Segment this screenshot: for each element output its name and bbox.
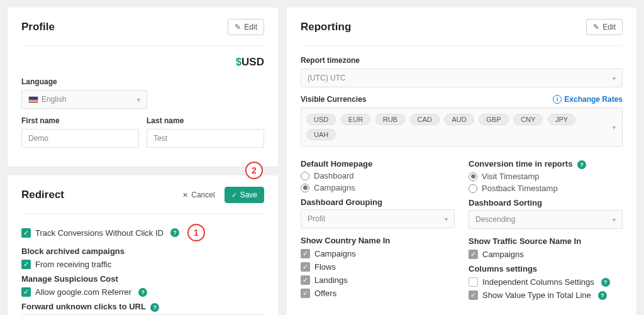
save-button[interactable]: ✓ Save: [225, 187, 264, 203]
redirect-card: 2 Redirect ✕ Cancel ✓ Save ✓ Track Con: [8, 175, 278, 315]
track-conversions-label: Track Conversions Without Click ID: [35, 228, 164, 238]
timezone-label: Report timezone: [301, 56, 623, 65]
currency-chip[interactable]: AUD: [444, 114, 474, 125]
profile-currency: $USD: [21, 56, 264, 69]
help-icon[interactable]: ?: [150, 303, 159, 312]
currency-chip[interactable]: USD: [306, 114, 336, 125]
exchange-rates-link[interactable]: i Exchange Rates: [553, 95, 623, 104]
country-landings-checkbox[interactable]: ✓: [301, 275, 310, 285]
traffic-campaigns-checkbox[interactable]: ✓: [469, 250, 478, 259]
dollar-icon: $: [236, 56, 242, 68]
help-icon[interactable]: ?: [170, 228, 179, 237]
chevron-down-icon: ▾: [613, 124, 616, 131]
forward-label: Forward unknown clicks to URL ?: [21, 302, 264, 312]
language-label: Language: [21, 77, 264, 86]
us-flag-icon: [28, 96, 38, 103]
help-icon[interactable]: ?: [138, 288, 147, 297]
chevron-down-icon: ▾: [613, 216, 616, 223]
currencies-label: Visible Currencies i Exchange Rates: [301, 95, 623, 104]
track-conversions-checkbox[interactable]: ✓: [21, 228, 31, 238]
conv-time-label: Conversion time in reports ?: [469, 159, 623, 169]
currency-chip[interactable]: RUB: [375, 114, 405, 125]
homepage-label: Default Homepage: [301, 159, 455, 169]
dash-group-select[interactable]: Profit ▾: [301, 209, 455, 228]
help-icon[interactable]: ?: [601, 278, 610, 287]
currency-chip[interactable]: GBP: [479, 114, 508, 125]
homepage-campaigns-radio[interactable]: [301, 184, 309, 192]
language-select[interactable]: English ▾: [21, 90, 147, 109]
currency-chip[interactable]: CAD: [410, 114, 440, 125]
lastname-label: Last name: [147, 116, 264, 125]
annotation-badge-1: 1: [187, 224, 205, 241]
columns-settings-label: Columns settings: [469, 264, 623, 274]
dash-group-label: Dashboard Grouping: [301, 197, 455, 207]
country-flows-checkbox[interactable]: ✓: [301, 262, 310, 272]
currency-chip[interactable]: CNY: [513, 114, 543, 125]
independent-columns-checkbox[interactable]: [469, 277, 478, 287]
chevron-down-icon: ▾: [613, 75, 616, 82]
pencil-icon: ✎: [593, 23, 599, 31]
info-icon: i: [553, 95, 562, 104]
dash-sort-label: Dashboard Sorting: [469, 198, 623, 207]
reporting-title: Reporting: [301, 21, 351, 33]
currency-chip[interactable]: EUR: [341, 114, 370, 125]
help-icon[interactable]: ?: [577, 160, 586, 169]
block-traffic-label: From receiving traffic: [35, 260, 111, 269]
currencies-select[interactable]: USD EUR RUB CAD AUD GBP CNY JPY UAH ▾: [301, 108, 623, 146]
country-name-label: Show Country Name In: [301, 236, 455, 245]
allow-referrer-label: Allow google.com Referrer: [35, 287, 131, 297]
homepage-dashboard-radio[interactable]: [301, 172, 309, 180]
block-traffic-checkbox[interactable]: ✓: [21, 260, 31, 269]
suspicious-section: Manage Suspicious Cost: [21, 274, 264, 284]
dash-sort-select[interactable]: Descending ▾: [469, 210, 623, 229]
check-icon: ✓: [231, 191, 237, 199]
pencil-icon: ✎: [235, 23, 241, 31]
allow-referrer-checkbox[interactable]: ✓: [21, 287, 31, 297]
country-offers-checkbox[interactable]: ✓: [301, 289, 310, 298]
timezone-select[interactable]: (UTC) UTC ▾: [301, 69, 623, 87]
reporting-card: Reporting ✎ Edit Report timezone (UTC) U…: [287, 8, 636, 315]
currency-chip[interactable]: JPY: [548, 114, 575, 125]
country-campaigns-checkbox[interactable]: ✓: [301, 249, 310, 258]
conv-visit-radio[interactable]: [469, 172, 477, 181]
profile-title: Profile: [21, 21, 55, 33]
lastname-input[interactable]: Test: [147, 129, 264, 148]
help-icon[interactable]: ?: [598, 291, 607, 300]
value-type-checkbox[interactable]: ✓: [469, 290, 478, 300]
currency-chip[interactable]: UAH: [306, 129, 336, 140]
annotation-badge-2: 2: [245, 162, 263, 179]
block-archived-section: Block archived campaigns: [21, 246, 264, 256]
reporting-edit-button[interactable]: ✎ Edit: [586, 19, 623, 35]
firstname-label: First name: [21, 116, 139, 125]
chevron-down-icon: ▾: [445, 216, 448, 223]
profile-edit-button[interactable]: ✎ Edit: [228, 19, 264, 35]
firstname-input[interactable]: Demo: [21, 129, 139, 148]
redirect-title: Redirect: [21, 189, 64, 201]
conv-postback-radio[interactable]: [469, 184, 477, 193]
close-icon: ✕: [182, 191, 188, 199]
profile-card: Profile ✎ Edit $USD Language English ▾ F: [8, 8, 278, 167]
chevron-down-icon: ▾: [137, 96, 140, 103]
traffic-name-label: Show Traffic Source Name In: [469, 236, 623, 246]
cancel-button[interactable]: ✕ Cancel: [175, 187, 221, 203]
